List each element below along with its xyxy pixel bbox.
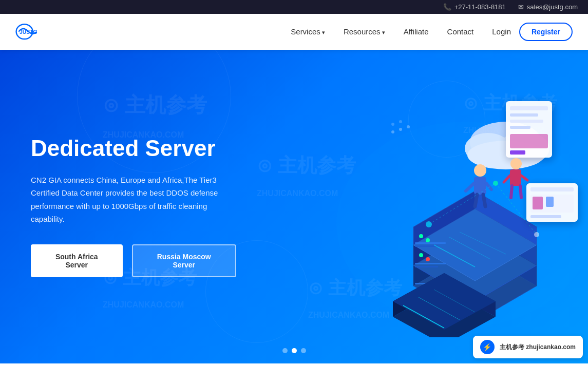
email-contact: ✉ sales@justg.com (518, 3, 578, 11)
register-button[interactable]: Register (519, 23, 573, 41)
svg-point-3 (419, 253, 423, 257)
svg-point-56 (399, 120, 402, 123)
hero-illustration (290, 50, 588, 363)
svg-rect-36 (546, 197, 554, 207)
nav-item-login[interactable]: Login (492, 27, 511, 36)
phone-contact: 📞 +27-11-083-8181 (443, 3, 506, 11)
svg-rect-20 (474, 177, 486, 195)
email-icon: ✉ (518, 3, 524, 11)
svg-rect-39 (510, 169, 521, 186)
svg-rect-30 (510, 134, 548, 148)
svg-rect-27 (510, 113, 538, 117)
badge-main-text: 主机参考 zhujicankao.com (500, 343, 576, 352)
nav-link-login[interactable]: Login (492, 27, 511, 36)
nav-links: Services Resources Affiliate Contact Log… (291, 27, 511, 36)
badge-text: 主机参考 zhujicankao.com (500, 343, 576, 352)
svg-point-54 (407, 125, 410, 128)
svg-rect-9 (415, 263, 446, 264)
nav-link-services[interactable]: Services (291, 27, 325, 36)
navbar: JUSTG Services Resources Affiliate Conta… (0, 14, 588, 50)
svg-rect-31 (510, 150, 525, 155)
svg-point-6 (426, 238, 430, 242)
svg-line-43 (520, 186, 521, 198)
svg-rect-37 (530, 215, 561, 218)
svg-rect-10 (415, 266, 438, 267)
svg-rect-28 (510, 120, 543, 123)
hero-title: Dedicated Server (31, 136, 236, 161)
svg-point-52 (391, 130, 394, 133)
svg-rect-29 (510, 126, 530, 129)
svg-rect-7 (415, 242, 446, 244)
svg-point-5 (419, 234, 423, 238)
iso-illustration (311, 70, 588, 337)
svg-point-19 (474, 164, 486, 177)
svg-rect-35 (533, 197, 543, 209)
nav-item-resources[interactable]: Resources (344, 27, 385, 36)
nav-link-resources[interactable]: Resources (344, 27, 385, 36)
nav-item-services[interactable]: Services (291, 27, 325, 36)
slide-dot-1[interactable] (282, 348, 288, 353)
nav-item-affiliate[interactable]: Affiliate (404, 27, 429, 36)
svg-point-53 (399, 128, 402, 131)
svg-rect-33 (530, 187, 574, 191)
hero-description: CN2 GIA connects China, Europe and Afric… (31, 174, 236, 226)
svg-point-4 (426, 257, 430, 261)
slide-dot-2[interactable] (292, 348, 297, 353)
slide-dots (282, 348, 306, 353)
logo[interactable]: JUSTG (15, 22, 40, 42)
hero-buttons: South Africa Server Russia Moscow Server (31, 244, 236, 277)
russia-moscow-server-button[interactable]: Russia Moscow Server (132, 244, 237, 277)
svg-line-23 (475, 195, 477, 206)
svg-line-24 (483, 195, 485, 206)
svg-line-42 (511, 186, 512, 198)
svg-rect-26 (510, 106, 548, 110)
svg-text:JUSTG: JUSTG (20, 29, 37, 35)
phone-icon: 📞 (443, 3, 451, 11)
nav-item-contact[interactable]: Contact (447, 27, 474, 36)
slide-dot-3[interactable] (301, 348, 306, 353)
svg-point-55 (391, 123, 394, 126)
svg-point-38 (510, 158, 522, 169)
phone-number: +27-11-083-8181 (454, 3, 506, 11)
email-link[interactable]: sales@justg.com (527, 3, 578, 11)
south-africa-server-button[interactable]: South Africa Server (31, 244, 123, 277)
top-bar: 📞 +27-11-083-8181 ✉ sales@justg.com (0, 0, 588, 14)
nav-link-affiliate[interactable]: Affiliate (404, 27, 429, 36)
hero-section: ⊙ 主机参考ZHUJICANKAO.COM ⊙ 主机参考ZHUJICANKAO.… (0, 50, 588, 363)
nav-link-contact[interactable]: Contact (447, 27, 474, 36)
footer-badge: ⚡ 主机参考 zhujicankao.com (473, 336, 583, 358)
logo-icon: JUSTG (15, 22, 40, 42)
badge-icon: ⚡ (480, 340, 495, 354)
hero-content: Dedicated Server CN2 GIA connects China,… (0, 116, 267, 297)
